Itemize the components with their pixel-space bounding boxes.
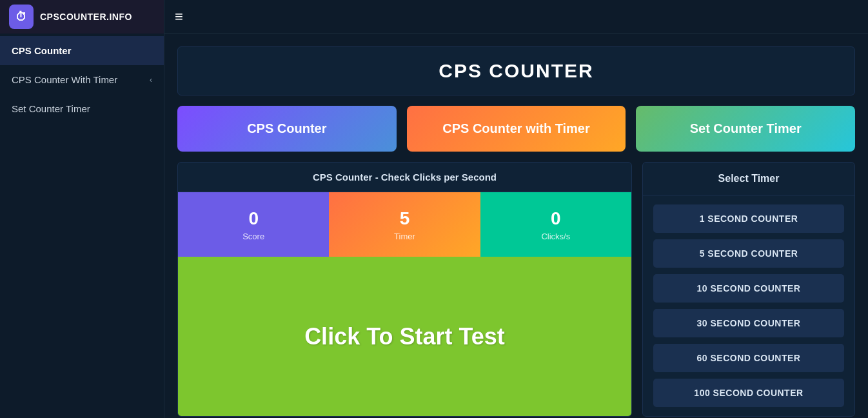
tab-row: CPS Counter CPS Counter with Timer Set C… (177, 106, 855, 152)
score-label: Score (242, 232, 264, 241)
tab-cps-with-timer[interactable]: CPS Counter with Timer (407, 106, 626, 152)
timer-btn-10[interactable]: 10 SECOND COUNTER (653, 274, 844, 303)
sidebar-item-cps-counter[interactable]: CPS Counter (0, 36, 164, 65)
left-panel: CPS Counter - Check Clicks per Second 0 … (177, 162, 632, 417)
timer-btn-5[interactable]: 5 SECOND COUNTER (653, 239, 844, 268)
stats-row: 0 Score 5 Timer 0 Clicks/s (178, 192, 631, 257)
main-content: ≡ CPS COUNTER CPS Counter CPS Counter wi… (164, 0, 868, 418)
bottom-section: CPS Counter - Check Clicks per Second 0 … (177, 162, 855, 417)
clicks-label: Clicks/s (541, 232, 570, 241)
hamburger-icon[interactable]: ≡ (175, 8, 183, 25)
tab-set-counter-timer[interactable]: Set Counter Timer (636, 106, 855, 152)
timer-value: 5 (400, 208, 410, 229)
click-button-text: Click To Start Test (304, 323, 505, 350)
clicks-box: 0 Clicks/s (480, 192, 631, 257)
timer-label: Timer (394, 232, 415, 241)
timer-btn-1[interactable]: 1 SECOND COUNTER (653, 204, 844, 233)
content-area: CPS COUNTER CPS Counter CPS Counter with… (164, 34, 868, 418)
logo-icon: ⏱ (9, 5, 34, 29)
sidebar-nav: CPS Counter CPS Counter With Timer ‹ Set… (0, 36, 164, 123)
timer-btn-60[interactable]: 60 SECOND COUNTER (653, 344, 844, 372)
timer-btn-30[interactable]: 30 SECOND COUNTER (653, 309, 844, 337)
click-to-start-button[interactable]: Click To Start Test (178, 257, 631, 416)
sidebar-header: ⏱ CPSCOUNTER.INFO (0, 0, 164, 34)
tab-cps-counter[interactable]: CPS Counter (177, 106, 397, 152)
sidebar: ⏱ CPSCOUNTER.INFO CPS Counter CPS Counte… (0, 0, 164, 418)
right-panel: Select Timer 1 SECOND COUNTER 5 SECOND C… (642, 162, 855, 417)
timer-box: 5 Timer (329, 192, 480, 257)
score-value: 0 (248, 208, 259, 229)
page-title-section: CPS COUNTER (177, 46, 855, 95)
topbar: ≡ (164, 0, 868, 34)
page-title: CPS COUNTER (191, 60, 842, 82)
timer-buttons-list: 1 SECOND COUNTER 5 SECOND COUNTER 10 SEC… (643, 195, 854, 416)
select-timer-header: Select Timer (643, 163, 854, 195)
sidebar-item-set-counter[interactable]: Set Counter Timer (0, 94, 164, 123)
counter-section-header: CPS Counter - Check Clicks per Second (178, 163, 631, 192)
sidebar-item-cps-timer[interactable]: CPS Counter With Timer ‹ (0, 65, 164, 94)
chevron-icon: ‹ (150, 75, 152, 85)
timer-btn-100[interactable]: 100 SECOND COUNTER (653, 379, 844, 407)
score-box: 0 Score (178, 192, 329, 257)
site-name: CPSCOUNTER.INFO (40, 12, 132, 22)
clicks-value: 0 (551, 208, 561, 229)
